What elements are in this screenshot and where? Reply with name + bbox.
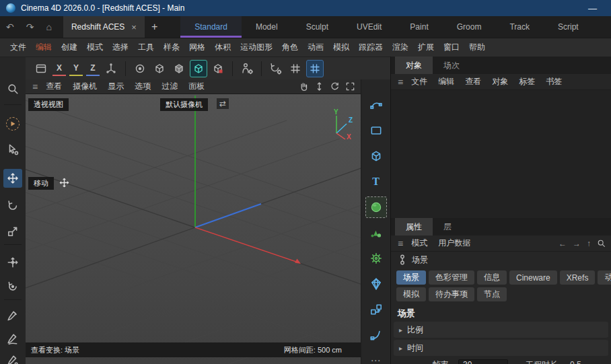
viewport-menu-display[interactable]: 显示 [102, 81, 129, 92]
attr-tab-animation[interactable]: 动画 [598, 270, 611, 285]
layout-tab-standard[interactable]: Standard [180, 16, 242, 38]
connector-icon[interactable] [365, 299, 387, 320]
viewport-menu-filter[interactable]: 过滤 [156, 81, 183, 92]
sphere-generator-icon[interactable] [365, 196, 387, 218]
menu-help[interactable]: 帮助 [464, 42, 490, 53]
menu-file[interactable]: 文件 [5, 42, 31, 53]
menu-mode[interactable]: 模式 [82, 42, 108, 53]
menu-mesh[interactable]: 网格 [184, 42, 210, 53]
minimize-button[interactable]: — [580, 3, 605, 13]
scale-tool-icon[interactable] [4, 223, 22, 240]
attribute-search-icon[interactable] [597, 239, 606, 248]
viewport-menu-camera[interactable]: 摄像机 [67, 81, 102, 92]
tab-takes[interactable]: 场次 [433, 57, 470, 74]
tab-layers[interactable]: 层 [433, 218, 462, 235]
mode-cube-solid-icon[interactable] [170, 60, 188, 77]
tab-objects[interactable]: 对象 [395, 57, 433, 74]
add-tab-button[interactable]: + [145, 21, 164, 33]
undo-button[interactable]: ↶ [0, 22, 20, 32]
object-list[interactable] [391, 90, 611, 218]
live-selection-icon[interactable] [4, 115, 22, 133]
mode-cube-outline-icon[interactable] [151, 60, 168, 77]
rectangle-spline-icon[interactable] [365, 120, 387, 141]
modeling-axis-icon[interactable] [131, 60, 149, 77]
menu-select[interactable]: 选择 [108, 42, 133, 53]
om-menu-file[interactable]: 文件 [406, 76, 433, 87]
layout-tab-script[interactable]: Script [544, 16, 593, 38]
menu-character[interactable]: 角色 [277, 42, 303, 53]
deformer-bend-icon[interactable] [365, 324, 387, 346]
layout-tab-model[interactable]: Model [242, 16, 292, 38]
om-menu-objects[interactable]: 对象 [487, 76, 513, 87]
layout-tab-track[interactable]: Track [495, 16, 544, 38]
om-menu-edit[interactable]: 编辑 [433, 76, 460, 87]
text-spline-icon[interactable]: T [365, 171, 387, 192]
primitive-group-icon[interactable] [365, 222, 387, 244]
menu-create[interactable]: 创建 [57, 42, 82, 53]
viewport-hamburger-icon[interactable]: ≡ [30, 81, 40, 92]
pen-tool-icon[interactable] [4, 307, 22, 325]
attr-tab-color-management[interactable]: 色彩管理 [429, 270, 474, 285]
axis-lock-x-button[interactable]: X [52, 61, 66, 76]
history-back-icon[interactable]: ← [559, 239, 567, 248]
attr-menu-user-data[interactable]: 用户数据 [433, 238, 476, 249]
redo-button[interactable]: ↷ [20, 22, 40, 32]
attr-tab-info[interactable]: 信息 [477, 270, 507, 285]
menu-window[interactable]: 窗口 [439, 42, 464, 53]
orbit-view-icon[interactable] [330, 81, 340, 92]
tweak-tool-icon[interactable] [4, 141, 22, 158]
rotate-gear-icon[interactable] [267, 60, 285, 77]
axis-move-icon[interactable] [4, 254, 22, 271]
menu-mograph[interactable]: 运动图形 [236, 42, 277, 53]
fps-field[interactable]: 30 ▾ [458, 359, 508, 364]
attribute-hamburger-icon[interactable]: ≡ [395, 238, 406, 249]
axis-lock-y-button[interactable]: Y [69, 61, 83, 76]
toggle-views-icon[interactable] [345, 81, 355, 92]
om-menu-view[interactable]: 查看 [460, 76, 487, 87]
rotate-tool-icon[interactable] [4, 197, 22, 215]
cube-primitive-icon[interactable] [365, 145, 387, 167]
camera-swap-icon[interactable]: ⇄ [217, 98, 229, 109]
axis-gizmo[interactable]: Y Z X [326, 110, 357, 144]
history-forward-icon[interactable]: → [573, 239, 581, 248]
view-name-label[interactable]: 透视视图 [28, 98, 69, 111]
menu-volume[interactable]: 体积 [210, 42, 236, 53]
layout-tab-uvedit[interactable]: UVEdit [343, 16, 396, 38]
attr-tab-cineware[interactable]: Cineware [509, 270, 557, 285]
menu-animate[interactable]: 动画 [303, 42, 328, 53]
attr-tab-todo[interactable]: 待办事项 [429, 287, 474, 301]
character-gear-icon[interactable] [238, 60, 256, 77]
axis-lock-z-button[interactable]: Z [86, 61, 100, 76]
search-icon[interactable] [4, 80, 22, 98]
viewport-menu-view[interactable]: 查看 [40, 81, 67, 92]
layout-tab-groom[interactable]: Groom [443, 16, 496, 38]
hand-pan-icon[interactable] [299, 81, 309, 92]
document-tab[interactable]: Redshift ACES × [63, 16, 145, 38]
layout-tab-sculpt[interactable]: Sculpt [292, 16, 343, 38]
group-time[interactable]: ▸ 时间 [394, 340, 608, 356]
move-tool-icon[interactable] [3, 169, 22, 188]
group-scale[interactable]: ▸ 比例 [394, 322, 608, 338]
grid-snap-active-icon[interactable] [306, 60, 324, 77]
object-manager-hamburger-icon[interactable]: ≡ [395, 77, 406, 87]
attr-tab-nodes[interactable]: 节点 [477, 287, 507, 301]
close-tab-icon[interactable]: × [131, 22, 137, 32]
menu-tracker[interactable]: 跟踪器 [354, 42, 388, 53]
attr-tab-scene[interactable]: 场景 [396, 270, 426, 285]
viewport-canvas[interactable]: 透视视图 默认摄像机 ⇄ Y Z X 移动 [26, 94, 361, 364]
sketch-pen-icon[interactable] [4, 330, 22, 348]
diamond-field-icon[interactable] [365, 273, 387, 295]
menu-render[interactable]: 渲染 [388, 42, 413, 53]
pen-variant-icon[interactable] [4, 352, 22, 364]
menu-spline[interactable]: 样条 [159, 42, 184, 53]
menu-simulate[interactable]: 模拟 [328, 42, 354, 53]
grid-snap-icon[interactable] [287, 60, 304, 77]
viewport-menu-panel[interactable]: 面板 [183, 81, 210, 92]
parent-up-icon[interactable]: ↑ [587, 239, 591, 248]
menu-edit[interactable]: 编辑 [31, 42, 57, 53]
om-menu-bookmarks[interactable]: 书签 [540, 76, 567, 87]
tab-attributes[interactable]: 属性 [395, 218, 433, 235]
axis-rotate-icon[interactable] [4, 278, 22, 295]
dolly-view-icon[interactable] [314, 81, 324, 92]
menu-extensions[interactable]: 扩展 [413, 42, 439, 53]
